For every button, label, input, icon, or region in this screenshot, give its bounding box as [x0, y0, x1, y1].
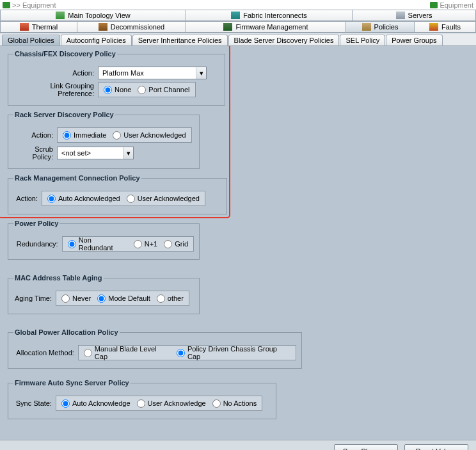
nav-tab-fabric-interconnects[interactable]: Fabric Interconnects [186, 10, 352, 21]
faults-icon [429, 23, 438, 31]
radio-n+1[interactable]: N+1 [134, 240, 158, 248]
rack-mgmt-action-label: Action: [13, 195, 38, 202]
radio-label: Policy Driven Chassis Group Cap [187, 345, 290, 360]
policies-icon [362, 23, 371, 31]
radio-input[interactable] [164, 240, 172, 248]
sub-tab-server-inheritance-policies[interactable]: Server Inheritance Policies [132, 35, 228, 45]
radio-label: N+1 [145, 240, 158, 248]
sub-tab-global-policies[interactable]: Global Policies [2, 35, 60, 45]
nav-tab-label: Thermal [32, 23, 58, 31]
nav-tab-label: Policies [374, 23, 399, 31]
nav-tab-label: Decommissioned [111, 23, 164, 31]
footer-bar: Save Changes Reset Values [0, 440, 476, 450]
chassis-fex-fieldset: Chassis/FEX Discovery Policy Action: Pla… [8, 50, 225, 106]
nav-tab-label: Fabric Interconnects [243, 12, 307, 19]
radio-input[interactable] [127, 195, 135, 203]
sub-tab-sel-policy[interactable]: SEL Policy [340, 35, 385, 45]
radio-input[interactable] [137, 399, 145, 408]
power-policy-legend: Power Policy [13, 220, 60, 227]
radio-label: None [115, 86, 131, 93]
allocation-method-label: Allocation Method: [13, 349, 74, 357]
radio-input[interactable] [113, 131, 121, 140]
chassis-action-combo[interactable]: Platform Max ▾ [98, 67, 207, 79]
firmware-sync-fieldset: Firmware Auto Sync Server Policy Sync St… [8, 379, 276, 419]
radio-mode-default[interactable]: Mode Default [97, 294, 150, 303]
radio-input[interactable] [134, 240, 142, 248]
aging-time-radiogroup: NeverMode Defaultother [56, 291, 189, 306]
radio-user-acknowledged[interactable]: User Acknowledged [113, 131, 186, 140]
radio-label: Mode Default [108, 294, 150, 302]
radio-label: No Actions [223, 399, 257, 407]
radio-never[interactable]: Never [61, 294, 91, 303]
radio-input[interactable] [177, 349, 185, 357]
save-button[interactable]: Save Changes [334, 444, 398, 450]
chassis-action-value: Platform Max [102, 69, 144, 77]
radio-user-acknowledged[interactable]: User Acknowledged [127, 195, 200, 203]
sync-state-label: Sync State: [13, 399, 52, 407]
radio-input[interactable] [68, 240, 76, 248]
radio-policy-driven-chassis-group-cap[interactable]: Policy Driven Chassis Group Cap [177, 345, 290, 360]
nav-tab-decommissioned[interactable]: Decommissioned [77, 21, 186, 33]
radio-input[interactable] [138, 86, 146, 94]
chevron-down-icon: ▾ [196, 67, 206, 79]
sub-tab-power-groups[interactable]: Power Groups [386, 35, 442, 45]
radio-port-channel[interactable]: Port Channel [138, 86, 189, 94]
nav-tab-main-topology-view[interactable]: Main Topology View [0, 10, 186, 21]
radio-auto-acknowledged[interactable]: Auto Acknowledged [47, 195, 120, 203]
global-power-alloc-fieldset: Global Power Allocation Policy Allocatio… [8, 328, 302, 369]
nav-tab-servers[interactable]: Servers [352, 10, 476, 21]
radio-no-actions[interactable]: No Actions [212, 399, 257, 408]
thermal-icon [20, 23, 29, 31]
nav-tab-label: Faults [441, 23, 461, 31]
radio-input[interactable] [61, 399, 70, 408]
radio-auto-acknowledge[interactable]: Auto Acknowledge [61, 399, 131, 408]
radio-label: User Acknowledge [148, 399, 206, 407]
radio-input[interactable] [63, 131, 71, 140]
radio-manual-blade-level-cap[interactable]: Manual Blade Level Cap [84, 345, 170, 360]
sub-tab-blade-server-discovery-policies[interactable]: Blade Server Discovery Policies [228, 35, 340, 45]
reset-button[interactable]: Reset Values [404, 444, 468, 450]
sub-tab-autoconfig-policies[interactable]: Autoconfig Policies [61, 35, 132, 45]
power-policy-fieldset: Power Policy Redundancy: Non RedundantN+… [8, 220, 200, 260]
scrub-policy-combo[interactable]: <not set> ▾ [57, 147, 134, 159]
radio-input[interactable] [212, 399, 221, 408]
breadcrumb-text: >> Equipment [12, 1, 56, 9]
radio-input[interactable] [47, 195, 56, 203]
nav-tab-firmware-management[interactable]: Firmware Management [186, 21, 345, 33]
radio-label: Immediate [74, 131, 106, 139]
radio-none[interactable]: None [104, 86, 131, 94]
radio-input[interactable] [104, 86, 112, 94]
nav-tab-thermal[interactable]: Thermal [0, 21, 77, 33]
radio-input[interactable] [97, 294, 106, 303]
radio-other[interactable]: other [157, 294, 184, 303]
rack-action-radiogroup: ImmediateUser Acknowledged [57, 127, 192, 143]
sub-nav: Global PoliciesAutoconfig PoliciesServer… [0, 33, 476, 46]
radio-label: Grid [175, 240, 188, 248]
nav-tab-faults[interactable]: Faults [414, 21, 476, 33]
firmware-sync-legend: Firmware Auto Sync Server Policy [13, 379, 131, 387]
radio-grid[interactable]: Grid [164, 240, 188, 248]
rack-server-legend: Rack Server Discovery Policy [13, 111, 115, 118]
firmware-icon [223, 23, 232, 31]
redundancy-label: Redundancy: [13, 240, 58, 248]
radio-user-acknowledge[interactable]: User Acknowledge [137, 399, 206, 408]
radio-label: Never [72, 294, 91, 302]
radio-input[interactable] [84, 349, 92, 357]
rack-server-fieldset: Rack Server Discovery Policy Action: Imm… [8, 111, 200, 169]
nav-tab-policies[interactable]: Policies [345, 21, 414, 33]
breadcrumb-bar: >> Equipment Equipment [0, 0, 476, 10]
radio-label: other [168, 294, 184, 302]
radio-input[interactable] [61, 294, 70, 303]
radio-non-redundant[interactable]: Non Redundant [68, 236, 127, 252]
scrub-policy-value: <not set> [61, 149, 91, 157]
rack-mgmt-radiogroup: Auto AcknowledgedUser Acknowledged [42, 191, 205, 206]
radio-immediate[interactable]: Immediate [63, 131, 106, 140]
nav-tab-label: Main Topology View [68, 12, 130, 19]
breadcrumb-text-right: Equipment [440, 1, 473, 9]
main-nav: Main Topology ViewFabric InterconnectsSe… [0, 10, 476, 33]
radio-input[interactable] [157, 294, 165, 303]
radio-label: Auto Acknowledge [72, 399, 131, 407]
global-power-alloc-legend: Global Power Allocation Policy [13, 328, 120, 336]
nav-tab-label: Servers [408, 12, 432, 19]
chassis-action-label: Action: [13, 69, 94, 77]
